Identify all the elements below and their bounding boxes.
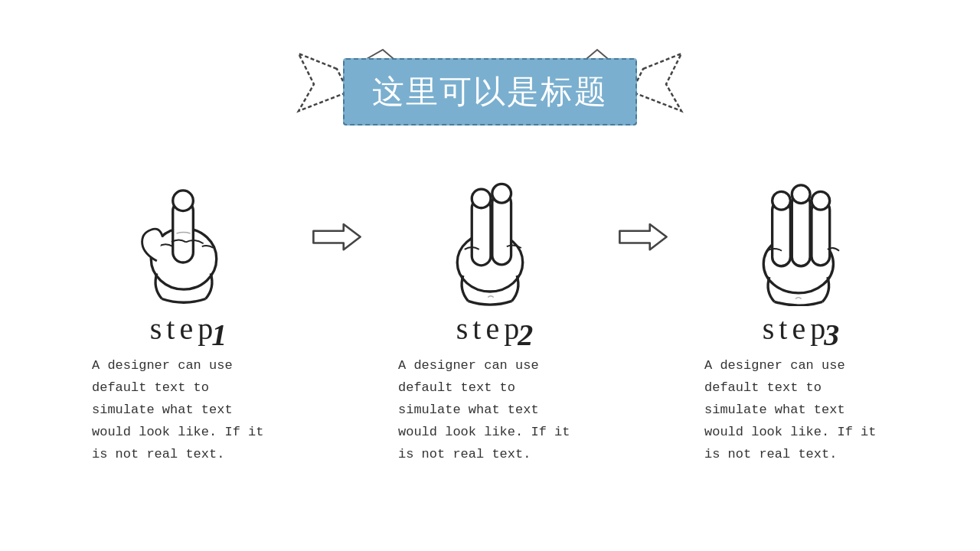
arrow-1 xyxy=(302,161,371,256)
banner-box: 这里可以是标题 xyxy=(343,58,637,126)
svg-rect-11 xyxy=(792,194,810,266)
step-3-label: step3 xyxy=(763,314,830,344)
svg-point-2 xyxy=(173,191,194,211)
step-1-label: step1 xyxy=(150,314,217,344)
svg-point-12 xyxy=(792,185,810,204)
banner-wrap: 这里可以是标题 xyxy=(291,46,689,138)
step-2-label: step2 xyxy=(456,314,524,344)
svg-point-5 xyxy=(472,189,491,208)
banner-title: 这里可以是标题 xyxy=(372,70,608,113)
svg-point-7 xyxy=(492,184,511,203)
slide: 这里可以是标题 xyxy=(0,0,980,551)
hand-1-icon xyxy=(119,161,249,306)
step-1-desc: A designer can use default text to simul… xyxy=(92,355,276,465)
steps-row: step1 A designer can use default text to… xyxy=(0,161,980,465)
step-2-desc: A designer can use default text to simul… xyxy=(398,355,582,465)
svg-point-10 xyxy=(773,191,791,210)
svg-point-14 xyxy=(812,191,830,210)
step-3-desc: A designer can use default text to simul… xyxy=(704,355,888,465)
step-3-col: step3 A designer can use default text to… xyxy=(678,161,915,465)
step-1-col: step1 A designer can use default text to… xyxy=(65,161,302,465)
step-2-col: step2 A designer can use default text to… xyxy=(371,161,609,465)
arrow-2 xyxy=(609,161,678,256)
hand-2-icon xyxy=(425,161,555,306)
arrow-2-icon xyxy=(616,218,670,256)
hand-3-icon xyxy=(731,161,861,306)
arrow-1-icon xyxy=(310,218,364,256)
